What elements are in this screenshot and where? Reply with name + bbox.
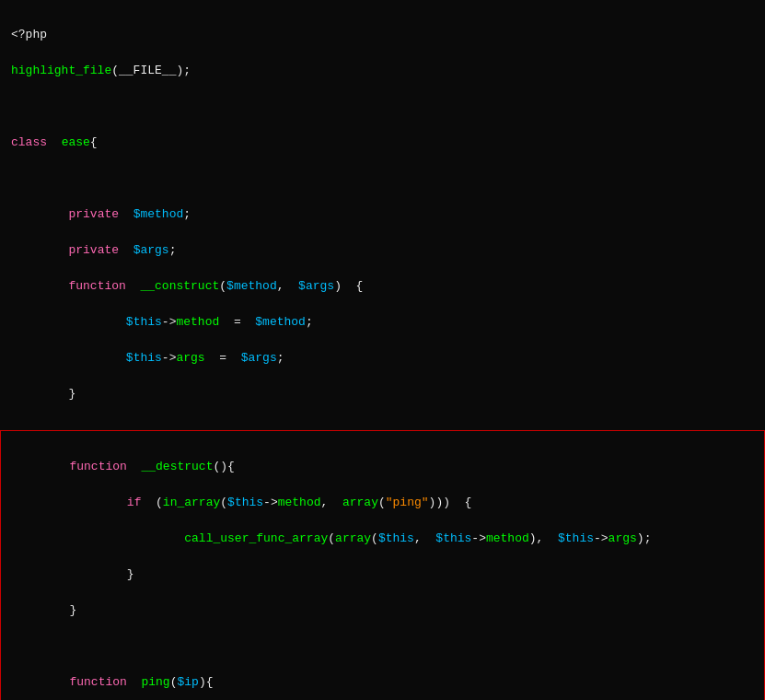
line-8: function __construct($method, $args) { <box>11 277 754 296</box>
line-call: call_user_func_array(array($this, $this-… <box>12 530 753 548</box>
line-empty-1 <box>12 637 753 656</box>
line-ping: function ping($ip){ <box>12 673 753 692</box>
red-box-1: function __destruct(){ if (in_array($thi… <box>0 430 765 701</box>
line-3 <box>11 98 754 116</box>
line-close-destruct: } <box>12 601 753 620</box>
line-9: $this->method = $method; <box>11 313 754 332</box>
line-2: highlight_file(__FILE__); <box>11 62 754 80</box>
line-if: if (in_array($this->method, array("ping"… <box>12 494 753 512</box>
code-editor: <?php highlight_file(__FILE__); class ea… <box>0 0 765 428</box>
line-destruct: function __destruct(){ <box>12 458 753 476</box>
line-4: class ease{ <box>11 134 754 152</box>
line-10: $this->args = $args; <box>11 349 754 368</box>
line-11: } <box>11 385 754 403</box>
line-5 <box>11 169 754 188</box>
line-close-if: } <box>12 566 753 584</box>
line-6: private $method; <box>11 205 754 224</box>
line-1: <?php <box>11 26 754 44</box>
line-7: private $args; <box>11 241 754 260</box>
code-box-1: function __destruct(){ if (in_array($thi… <box>1 433 764 701</box>
